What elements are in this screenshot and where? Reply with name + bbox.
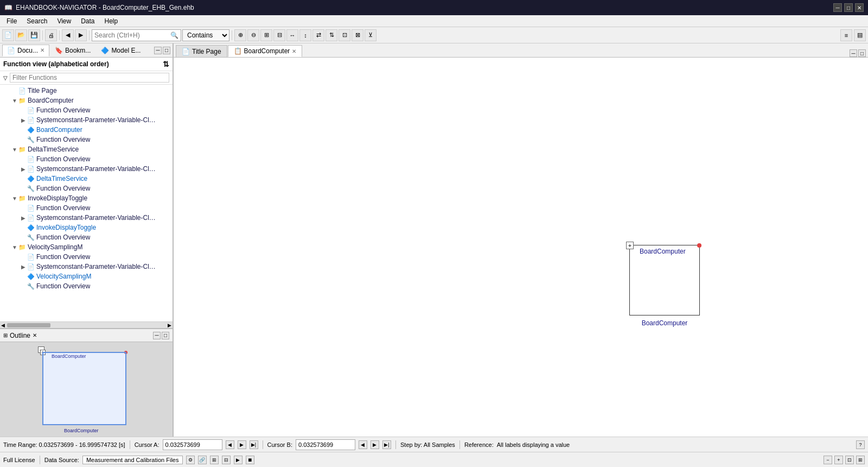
data-source-btn1[interactable]: ⊞ (210, 456, 219, 464)
cursor-b-play[interactable]: ▶ (371, 440, 379, 449)
data-source-connect[interactable]: 🔗 (198, 456, 207, 464)
cursor-a-next[interactable]: ▶| (250, 440, 258, 449)
tab-documents[interactable]: 📄 Docu... ✕ (2, 45, 49, 56)
toolbar-save[interactable]: 💾 (28, 29, 40, 41)
expand-dt-func[interactable] (20, 156, 27, 162)
outline-max-btn[interactable]: □ (162, 332, 169, 339)
tree-item-dt-comp[interactable]: 🔷 DeltaTimeService (0, 174, 173, 184)
content-max-btn[interactable]: □ (858, 49, 866, 57)
tree-item-invoke[interactable]: ▼ 📁 InvokeDisplayToggle (0, 193, 173, 203)
tree-item-bc-funcoverview2[interactable]: 🔧 Function Overview (0, 135, 173, 144)
toolbar-btn8[interactable]: ⇅ (326, 29, 337, 41)
toolbar-right-btn[interactable]: ≡ (840, 29, 852, 41)
toolbar-btn6[interactable]: ↕ (299, 29, 311, 41)
toolbar-open[interactable]: 📂 (15, 29, 27, 41)
toolbar-btn5[interactable]: ↔ (286, 29, 298, 41)
tree-item-bc-funcoverview[interactable]: 📄 Function Overview (0, 105, 173, 115)
toolbar-print[interactable]: 🖨 (45, 29, 57, 41)
tree-item-boardcomputer[interactable]: ▼ 📁 BoardComputer (0, 96, 173, 105)
help-btn[interactable]: ? (856, 440, 865, 449)
menu-file[interactable]: File (2, 16, 21, 26)
expand-invoke[interactable]: ▼ (11, 195, 18, 201)
tree-item-inv-sysconst[interactable]: ▶ 📄 Systemconstant-Parameter-Variable-Cl… (0, 213, 173, 223)
tree-item-inv-funcoverview2[interactable]: 🔧 Function Overview (0, 232, 173, 242)
scroll-right-btn[interactable]: ▶ (168, 323, 171, 328)
toolbar-new[interactable]: 📄 (2, 29, 14, 41)
minimize-btn[interactable]: ─ (833, 3, 842, 12)
expand-inv-func[interactable] (20, 205, 27, 211)
expand-vel-func2[interactable] (20, 283, 27, 289)
expand-inv-sys[interactable]: ▶ (20, 215, 27, 221)
expand-inv-func2[interactable] (20, 235, 27, 241)
tab-bookmarks[interactable]: 🔖 Bookm... (50, 45, 95, 56)
expand-vel-func[interactable] (20, 254, 27, 260)
tree-item-dt-funcoverview[interactable]: 📄 Function Overview (0, 154, 173, 164)
view-mode-btn1[interactable]: ⊡ (845, 456, 854, 464)
tab-model[interactable]: 🔷 Model E... (96, 45, 145, 56)
tab-documents-close[interactable]: ✕ (40, 47, 44, 53)
expand-dt-comp[interactable] (20, 176, 27, 182)
cursor-a-input[interactable] (163, 439, 222, 450)
expand-inv-comp[interactable] (20, 225, 27, 231)
cursor-b-prev[interactable]: ◀ (359, 440, 367, 449)
search-input[interactable] (94, 31, 170, 39)
tab-boardcomputer-close[interactable]: ✕ (292, 48, 296, 54)
tree-item-titlepage[interactable]: 📄 Title Page (0, 86, 173, 96)
toolbar-btn7[interactable]: ⇄ (312, 29, 324, 41)
menu-view[interactable]: View (53, 16, 75, 26)
expand-dt-func2[interactable] (20, 186, 27, 192)
expand-vel-comp[interactable] (20, 274, 27, 280)
data-source-settings[interactable]: ⚙ (186, 456, 195, 464)
outline-close-icon[interactable]: ✕ (33, 332, 37, 338)
expand-vel-sys[interactable]: ▶ (20, 264, 27, 270)
menu-help[interactable]: Help (100, 16, 123, 26)
expand-boardcomputer[interactable]: ▼ (11, 98, 18, 104)
data-source-stop[interactable]: ⏹ (246, 456, 254, 464)
data-source-play[interactable]: ▶ (234, 456, 242, 464)
panel-minimize-btn[interactable]: ─ (154, 47, 162, 54)
outline-min-btn[interactable]: ─ (153, 332, 161, 339)
expand-velocity[interactable]: ▼ (11, 244, 18, 250)
tree-item-vel-comp[interactable]: 🔷 VelocitySamplingM (0, 272, 173, 281)
filter-input[interactable] (10, 73, 169, 83)
toolbar-btn11[interactable]: ⊻ (365, 29, 376, 41)
tree-item-vel-sysconst[interactable]: ▶ 📄 Systemconstant-Parameter-Variable-Cl… (0, 262, 173, 272)
search-dropdown[interactable]: Contains Equals Starts with (182, 29, 229, 41)
tree-item-vel-funcoverview2[interactable]: 🔧 Function Overview (0, 281, 173, 291)
content-min-btn[interactable]: ─ (850, 49, 857, 57)
toolbar-btn1[interactable]: ⊕ (234, 29, 246, 41)
toolbar-back[interactable]: ◀ (62, 29, 74, 41)
toolbar-fwd[interactable]: ▶ (75, 29, 87, 41)
menu-search[interactable]: Search (22, 16, 52, 26)
tree-item-bc-sysconst[interactable]: ▶ 📄 Systemconstant-Parameter-Variable-Cl… (0, 115, 173, 125)
panel-maximize-btn[interactable]: □ (163, 47, 170, 54)
cursor-a-prev[interactable]: ◀ (226, 440, 234, 449)
toolbar-btn4[interactable]: ⊟ (273, 29, 285, 41)
expand-bc-funcoverview2[interactable] (20, 137, 27, 143)
tree-item-velocity[interactable]: ▼ 📁 VelocitySamplingM (0, 242, 173, 252)
maximize-btn[interactable]: □ (844, 3, 853, 12)
tree-item-inv-funcoverview[interactable]: 📄 Function Overview (0, 203, 173, 213)
toolbar-btn10[interactable]: ⊠ (352, 29, 363, 41)
cursor-b-next[interactable]: ▶| (382, 440, 391, 449)
tab-boardcomputer[interactable]: 📋 BoardComputer ✕ (228, 45, 303, 57)
hscroll-bar[interactable]: ◀ ▶ (0, 321, 173, 328)
zoom-out-btn[interactable]: − (824, 456, 832, 464)
scroll-left-btn[interactable]: ◀ (1, 323, 5, 328)
expand-dt-sys[interactable]: ▶ (20, 166, 27, 172)
tree-item-vel-funcoverview[interactable]: 📄 Function Overview (0, 252, 173, 262)
expand-bc-funcoverview[interactable] (20, 108, 27, 113)
toolbar-btn3[interactable]: ⊞ (260, 29, 272, 41)
cursor-a-play[interactable]: ▶ (238, 440, 246, 449)
toolbar-btn9[interactable]: ⊡ (339, 29, 350, 41)
expand-titlepage[interactable] (11, 88, 18, 94)
menu-data[interactable]: Data (76, 16, 99, 26)
tree-item-dt-funcoverview2[interactable]: 🔧 Function Overview (0, 184, 173, 193)
expand-bc-comp[interactable] (20, 127, 27, 133)
sort-icon[interactable]: ⇅ (163, 60, 169, 68)
toolbar-panel-btn[interactable]: ▤ (854, 29, 866, 41)
tree-item-dt-sysconst[interactable]: ▶ 📄 Systemconstant-Parameter-Variable-Cl… (0, 164, 173, 174)
data-source-btn2[interactable]: ⊟ (222, 456, 231, 464)
toolbar-btn2[interactable]: ⊖ (247, 29, 259, 41)
scroll-thumb[interactable] (7, 323, 50, 327)
